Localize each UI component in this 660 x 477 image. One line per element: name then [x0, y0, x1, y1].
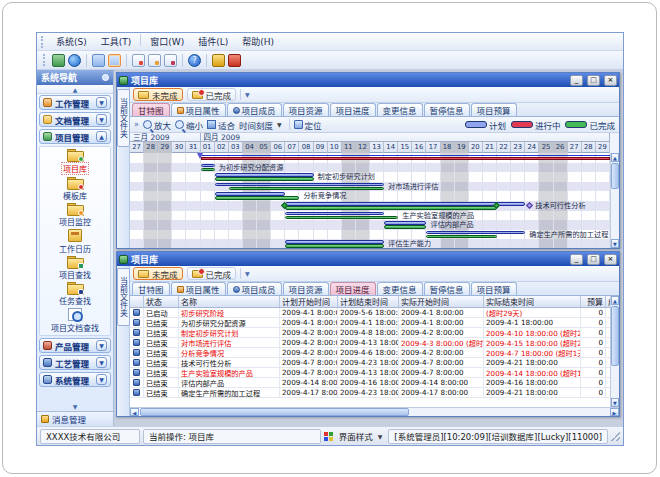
- header-cell-预算[interactable]: 预算: [581, 296, 606, 307]
- scrollbar-thumb[interactable]: [611, 163, 619, 189]
- sidebar-section-1[interactable]: 文档管理▼: [39, 112, 111, 127]
- header-cell-icon[interactable]: [130, 296, 144, 307]
- gantt-window-titlebar[interactable]: 项目库 _ □ ×: [117, 73, 619, 87]
- scroll-down-arrow-icon[interactable]: ▼: [611, 398, 619, 407]
- scroll-right-arrow-icon[interactable]: ▶: [610, 408, 619, 416]
- scroll-up-arrow-icon[interactable]: ▲: [611, 153, 619, 162]
- sidebar-item-项目监控[interactable]: 项目监控: [40, 202, 110, 228]
- filter-overflow-button[interactable]: ▼: [245, 270, 250, 277]
- header-cell-实际结束时间[interactable]: 实际结束时间: [484, 296, 581, 307]
- tab-变更信息[interactable]: 变更信息: [377, 103, 423, 116]
- tab-甘特图[interactable]: 甘特图: [132, 282, 170, 295]
- sidebar-item-任务查找[interactable]: 任务查找: [40, 281, 110, 307]
- maximize-button[interactable]: □: [587, 75, 600, 86]
- table-row[interactable]: 已启动初步研究阶段2009-4-1 8:00:002009-5-6 18:00:…: [130, 308, 610, 318]
- header-cell-计划开始时间[interactable]: 计划开始时间: [280, 296, 338, 307]
- maximize-button[interactable]: □: [587, 254, 600, 265]
- chevron-down-icon[interactable]: ▼: [96, 340, 107, 351]
- sidebar-item-项目查找[interactable]: 项目查找: [40, 255, 110, 281]
- chevron-down-icon[interactable]: ▼: [378, 433, 383, 440]
- sidebar-section-2[interactable]: 项目管理▲: [39, 129, 111, 144]
- time-scale-dropdown[interactable]: 时间刻度▼: [239, 119, 285, 131]
- sidebar-scroll-up-button[interactable]: ▲: [37, 85, 113, 94]
- fit-button[interactable]: 适合: [207, 119, 235, 131]
- plan-bar-对市场进行评估[interactable]: [215, 183, 384, 187]
- tab-项目成员[interactable]: 项目成员: [227, 282, 282, 295]
- table-row[interactable]: 已结束生产实验室规模的产品2009-4-7 8:00:002009-4-13 1…: [130, 368, 610, 378]
- resize-grip[interactable]: [611, 432, 620, 441]
- gantt-vertical-scrollbar[interactable]: ▲ ▼: [610, 153, 619, 248]
- zoom-out-button[interactable]: 缩小: [175, 119, 203, 131]
- table-row[interactable]: 已结束技术可行性分析2009-4-7 8:00:002009-4-23 18:0…: [130, 358, 610, 368]
- sidebar-tab-messages[interactable]: 消息管理: [37, 411, 113, 426]
- scrollbar-thumb[interactable]: [611, 306, 619, 366]
- locate-button[interactable]: 定位: [294, 119, 322, 131]
- tab-项目预算[interactable]: 项目预算: [471, 103, 517, 116]
- plan-bar-评估内部产品[interactable]: [384, 221, 426, 225]
- chevron-down-icon[interactable]: ▼: [96, 357, 107, 368]
- actual-bar-确定生产所需的加工过程[interactable]: [426, 235, 497, 239]
- table-row[interactable]: 已结束为初步研究分配资源2009-4-1 8:00:002009-4-1 18:…: [130, 318, 610, 328]
- sidebar-item-项目文档查找[interactable]: 项目文档查找: [40, 307, 110, 334]
- scrollbar-track[interactable]: [410, 408, 610, 416]
- summary-bar-初步研究阶段[interactable]: [201, 157, 610, 161]
- doc-edit-icon[interactable]: [148, 54, 161, 67]
- pin-icon[interactable]: [102, 74, 109, 81]
- tab-项目进度[interactable]: 项目进度: [330, 282, 376, 295]
- doc-remove-icon[interactable]: [164, 54, 177, 67]
- save-icon[interactable]: [108, 54, 121, 67]
- scroll-left-arrow-icon[interactable]: ◀: [130, 408, 139, 416]
- table-row[interactable]: 已结束评估内部产品2009-4-14 8:00:002009-4-16 18:0…: [130, 378, 610, 388]
- incomplete-filter-button[interactable]: 未完成: [133, 88, 183, 101]
- sidebar-section-4[interactable]: 工艺管理▼: [39, 355, 111, 370]
- actual-bar-评估内部产品[interactable]: [384, 225, 426, 229]
- close-button[interactable]: ×: [604, 254, 617, 265]
- sidebar-title-bar[interactable]: 系统导航: [37, 70, 113, 85]
- actual-bar-评估生产能力[interactable]: [285, 244, 384, 248]
- sidebar-item-项目库[interactable]: 项目库: [40, 148, 110, 176]
- menu-item-2[interactable]: 窗口(W): [143, 34, 191, 49]
- table-row[interactable]: 已结束确定生产所需的加工过程2009-4-17 8:00:002009-4-23…: [130, 388, 610, 398]
- scroll-down-arrow-icon[interactable]: ▼: [611, 239, 619, 248]
- sidebar-section-0[interactable]: 工作管理▼: [39, 95, 111, 110]
- tab-变更信息[interactable]: 变更信息: [377, 282, 423, 295]
- header-cell-名称[interactable]: 名称: [179, 296, 280, 307]
- completed-filter-button[interactable]: 已完成: [187, 88, 237, 101]
- minimize-button[interactable]: _: [570, 75, 583, 86]
- chevron-down-icon[interactable]: ▼: [96, 114, 107, 125]
- exit-icon[interactable]: [228, 54, 241, 67]
- zoom-in-button[interactable]: 放大: [143, 119, 171, 131]
- chevron-down-icon[interactable]: ▼: [96, 97, 107, 108]
- plan-bar-制定初步研究计划[interactable]: [215, 173, 314, 177]
- tab-暂停信息[interactable]: 暂停信息: [424, 282, 470, 295]
- toolbar-overflow-button[interactable]: »: [134, 120, 139, 129]
- lock-icon[interactable]: [212, 54, 225, 67]
- tab-项目属性[interactable]: 项目属性: [171, 282, 226, 295]
- tab-项目预算[interactable]: 项目预算: [471, 282, 517, 295]
- chevron-down-icon[interactable]: ▼: [96, 374, 107, 385]
- tab-暂停信息[interactable]: 暂停信息: [424, 103, 470, 116]
- current-folder-tab[interactable]: 当前文件夹: [117, 268, 130, 326]
- gantt-chart[interactable]: 为初步研究分配资源制定初步研究计划对市场进行评估分析竞争情况技术可行性分析生产实…: [130, 153, 610, 248]
- scrollbar-track[interactable]: [611, 367, 619, 398]
- header-cell-计划结束时间[interactable]: 计划结束时间: [338, 296, 399, 307]
- plan-bar-分析竞争情况[interactable]: [215, 192, 286, 196]
- plan-bar-技术可行性分析[interactable]: [285, 202, 525, 206]
- tab-项目资源[interactable]: 项目资源: [283, 282, 329, 295]
- table-vertical-scrollbar[interactable]: ▲ ▼: [610, 296, 619, 407]
- tab-项目进度[interactable]: 项目进度: [330, 103, 376, 116]
- interface-style-label[interactable]: 界面样式: [339, 430, 373, 442]
- tab-项目成员[interactable]: 项目成员: [227, 103, 282, 116]
- tab-项目属性[interactable]: 项目属性: [171, 103, 226, 116]
- doc-add-icon[interactable]: [132, 54, 145, 67]
- actual-bar-技术可行性分析[interactable]: [285, 206, 497, 210]
- tab-项目资源[interactable]: 项目资源: [283, 103, 329, 116]
- scroll-up-arrow-icon[interactable]: ▲: [611, 296, 619, 305]
- menu-item-3[interactable]: 插件(L): [191, 34, 235, 49]
- sidebar-section-3[interactable]: 产品管理▼: [39, 338, 111, 353]
- completed-filter-button[interactable]: 已完成: [187, 267, 237, 280]
- globe-icon[interactable]: [68, 54, 81, 67]
- table-row[interactable]: 已结束对市场进行评估2009-4-2 8:00:002009-4-13 18:0…: [130, 338, 610, 348]
- menu-item-0[interactable]: 系统(S): [49, 34, 94, 49]
- sidebar-scroll-down-button[interactable]: ▼: [37, 402, 113, 411]
